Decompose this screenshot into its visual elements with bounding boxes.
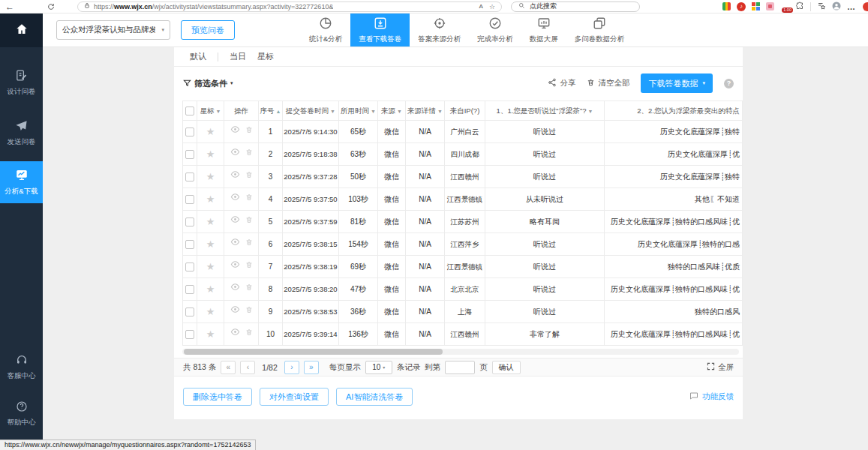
nav-completion-rate-analysis[interactable]: 完成率分析 [469,14,521,46]
view-eye-icon[interactable] [230,278,240,300]
row-checkbox[interactable] [185,218,194,226]
browser-refresh-icon[interactable] [47,3,55,10]
nav-view-download-answers[interactable]: 查看下载答卷 [350,14,410,46]
view-eye-icon[interactable] [230,256,240,278]
tab-default[interactable]: 默认 [190,51,206,62]
row-checkbox[interactable] [185,195,194,204]
row-checkbox[interactable] [185,262,194,272]
ai-clean-button[interactable]: AI智能清洗答卷 [336,388,413,406]
col-header-duration[interactable]: 所用时间▼ [339,101,378,120]
view-eye-icon[interactable] [230,323,240,345]
row-checkbox[interactable] [185,330,194,339]
external-query-button[interactable]: 对外查询设置 [260,388,329,406]
row-checkbox[interactable] [185,150,194,159]
ext-gift-icon[interactable] [766,2,774,10]
help-icon[interactable]: ? [724,79,734,88]
col-header-star[interactable]: 星标▼ [197,101,224,120]
star-icon[interactable]: ★ [206,306,215,317]
ext-drive-icon[interactable]: 1.00 [780,2,789,11]
profile-avatar[interactable] [832,2,841,12]
col-header-detail[interactable]: 来源详情▼ [406,101,445,120]
collections-icon[interactable] [817,2,826,12]
row-checkbox[interactable] [185,285,194,294]
view-eye-icon[interactable] [230,143,240,165]
horizontal-scrollbar[interactable] [182,349,739,355]
scrollbar-thumb[interactable] [184,349,443,355]
browser-menu-icon[interactable]: … [847,2,856,11]
view-eye-icon[interactable] [230,301,240,322]
sidebar-item-send[interactable]: 发送问卷 [0,112,43,154]
sidebar-item-design[interactable]: 设计问卷 [0,62,43,104]
nav-answer-source-analysis[interactable]: 答案来源分析 [410,14,469,46]
read-aloud-icon[interactable]: A [479,3,483,10]
view-eye-icon[interactable] [230,121,240,142]
delete-trash-icon[interactable] [245,323,253,345]
view-eye-icon[interactable] [230,233,240,255]
home-button[interactable] [0,14,43,47]
star-icon[interactable]: ★ [206,194,215,205]
delete-trash-icon[interactable] [245,121,253,142]
sidebar-item-help[interactable]: 帮助中心 [0,394,43,434]
star-icon[interactable]: ★ [206,284,215,295]
delete-trash-icon[interactable] [245,188,253,210]
delete-selected-button[interactable]: 删除选中答卷 [183,388,252,406]
star-icon[interactable]: ★ [206,328,215,340]
row-checkbox[interactable] [185,240,194,249]
delete-trash-icon[interactable] [245,301,253,322]
col-header-seq[interactable]: 序号▲ [259,101,283,120]
nav-multi-survey-analysis[interactable]: 多问卷数据分析 [566,14,633,46]
first-page-button[interactable]: « [221,361,236,374]
ext-grid-icon[interactable] [752,2,760,10]
tab-today[interactable]: 当日 [230,51,246,62]
delete-trash-icon[interactable] [245,166,253,188]
nav-stats-analysis[interactable]: 统计&分析 [301,14,350,46]
delete-trash-icon[interactable] [245,143,253,165]
view-eye-icon[interactable] [230,211,240,232]
view-eye-icon[interactable] [230,188,240,210]
favorite-star-icon[interactable]: ☆ [489,3,495,10]
filter-conditions-button[interactable]: 筛选条件 ▾ [183,78,233,89]
prev-page-button[interactable]: ‹ [240,361,255,374]
sidebar-item-analysis[interactable]: 分析&下载 [0,161,43,203]
preview-questionnaire-button[interactable]: 预览问卷 [181,20,235,40]
star-icon[interactable]: ★ [206,171,215,182]
extensions-puzzle-icon[interactable] [795,2,804,12]
col-header-source[interactable]: 来源▼ [378,101,406,120]
ext-music-icon[interactable]: ♪ [737,2,746,11]
delete-trash-icon[interactable] [245,233,253,255]
view-eye-icon[interactable] [230,166,240,188]
row-checkbox[interactable] [185,128,194,136]
delete-trash-icon[interactable] [245,278,253,300]
col-header-q1[interactable]: 1、1.您是否听说过“浮梁茶”?▼ [485,101,605,120]
star-icon[interactable]: ★ [206,216,215,227]
sidebar-item-service[interactable]: 客服中心 [0,347,43,388]
nav-data-screen[interactable]: 数据大屏 [521,14,566,46]
share-button[interactable]: 分享 [548,78,575,88]
col-header-ops: 操作 [224,101,259,120]
next-page-button[interactable]: › [284,361,299,374]
confirm-button[interactable]: 确认 [492,361,521,374]
fullscreen-button[interactable]: 全屏 [707,362,734,373]
ext-docs-icon[interactable] [722,2,731,10]
browser-search-box[interactable]: 点此搜索 [511,2,640,12]
delete-trash-icon[interactable] [245,256,253,278]
per-page-select[interactable]: 10▾ [365,361,392,374]
select-all-checkbox[interactable] [185,106,194,116]
download-answers-button[interactable]: 下载答卷数据 ▾ [641,74,713,93]
browser-back-icon[interactable]: ← [5,2,14,11]
clear-all-button[interactable]: 清空全部 [587,78,629,88]
star-icon[interactable]: ★ [206,238,215,250]
star-icon[interactable]: ★ [206,261,215,272]
star-icon[interactable]: ★ [206,126,215,137]
star-icon[interactable]: ★ [206,148,215,160]
feedback-link[interactable]: 功能反馈 [689,392,734,402]
delete-trash-icon[interactable] [245,211,253,232]
row-checkbox[interactable] [185,172,194,182]
goto-page-input[interactable] [445,361,475,374]
col-header-time[interactable]: 提交答卷时间▼ [283,101,339,120]
tab-starred[interactable]: 星标 [257,51,274,62]
address-bar[interactable]: https://www.wjx.cn/wjx/activitystat/view… [77,2,502,12]
survey-select[interactable]: 公众对浮梁茶认知与品牌发展... ▾ [56,20,170,40]
row-checkbox[interactable] [185,308,194,316]
last-page-button[interactable]: » [304,361,319,374]
